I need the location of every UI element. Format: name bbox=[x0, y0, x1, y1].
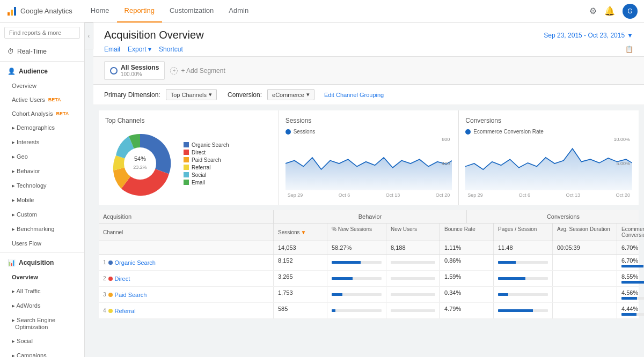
sidebar-item-behavior[interactable]: ▸ Behavior bbox=[0, 164, 84, 178]
legend-referral: Referral bbox=[184, 165, 229, 170]
sidebar: ⏱ Real-Time 👤 Audience Overview Active U… bbox=[0, 23, 85, 357]
sidebar-item-seo[interactable]: ▸ Search Engine Optimization bbox=[0, 313, 84, 334]
add-segment-icon: + bbox=[170, 67, 178, 75]
acquisition-icon: 📊 bbox=[8, 259, 16, 266]
sidebar-item-custom[interactable]: ▸ Custom bbox=[0, 207, 84, 222]
row-ecommerce: 4.44% bbox=[617, 303, 644, 318]
col-header-pages[interactable]: Pages / Session bbox=[493, 224, 552, 241]
conversion-dropdown[interactable]: eCommerce ▾ bbox=[267, 89, 314, 100]
col-header-new-sessions[interactable]: % New Sessions bbox=[327, 224, 386, 241]
sidebar-section-audience: 👤 Audience Overview Active Users BETA Co… bbox=[0, 64, 84, 250]
all-sessions-segment[interactable]: All Sessions 100.00% bbox=[104, 61, 165, 80]
legend-dot-referral bbox=[184, 165, 189, 170]
svg-rect-1 bbox=[11, 10, 13, 16]
legend-paid-search: Paid Search bbox=[184, 157, 229, 163]
row-bounce: 4.79% bbox=[440, 303, 493, 318]
total-pages: 11.48 bbox=[493, 241, 552, 254]
shortcut-action[interactable]: Shortcut bbox=[159, 46, 183, 53]
sidebar-item-active-users[interactable]: Active Users BETA bbox=[0, 93, 84, 107]
edit-channel-grouping-link[interactable]: Edit Channel Grouping bbox=[324, 92, 384, 98]
row-avg-session bbox=[552, 287, 617, 302]
segment-name: All Sessions bbox=[121, 64, 159, 71]
date-range-picker[interactable]: Sep 23, 2015 - Oct 23, 2015 ▼ bbox=[544, 32, 633, 39]
sidebar-item-demographics[interactable]: ▸ Demographics bbox=[0, 121, 84, 135]
col-header-channel[interactable]: Channel bbox=[99, 224, 273, 241]
total-new-sessions: 58.27% bbox=[327, 241, 386, 254]
col-header-avg-session[interactable]: Avg. Session Duration bbox=[552, 224, 617, 241]
add-segment-button[interactable]: + + Add Segment bbox=[170, 67, 225, 75]
row-new-users bbox=[386, 255, 440, 270]
legend-direct: Direct bbox=[184, 150, 229, 155]
legend-dot-direct bbox=[184, 150, 189, 155]
share-icon[interactable]: 📋 bbox=[625, 46, 633, 53]
email-action[interactable]: Email bbox=[104, 46, 120, 53]
row-sessions: 1,753 bbox=[273, 287, 327, 302]
svg-text:23.2%: 23.2% bbox=[133, 165, 147, 170]
sidebar-item-overview-audience[interactable]: Overview bbox=[0, 79, 84, 93]
row-new-sessions bbox=[327, 303, 386, 318]
channel-link[interactable]: Paid Search bbox=[115, 292, 147, 298]
conversions-legend-dot bbox=[465, 129, 471, 135]
row-avg-session bbox=[552, 303, 617, 318]
col-header-bounce[interactable]: Bounce Rate bbox=[440, 224, 493, 241]
channel-dot bbox=[108, 309, 113, 313]
channel-link[interactable]: Organic Search bbox=[115, 259, 156, 266]
primary-dimension-dropdown[interactable]: Top Channels ▾ bbox=[166, 89, 217, 100]
channel-link[interactable]: Referral bbox=[115, 308, 136, 314]
total-bounce: 1.11% bbox=[440, 241, 493, 254]
sidebar-item-adwords[interactable]: ▸ AdWords bbox=[0, 299, 84, 313]
sidebar-item-interests[interactable]: ▸ Interests bbox=[0, 135, 84, 150]
sidebar-item-realtime[interactable]: ⏱ Real-Time bbox=[0, 44, 84, 59]
sidebar-item-all-traffic[interactable]: ▸ All Traffic bbox=[0, 284, 84, 299]
nav-reporting[interactable]: Reporting bbox=[117, 0, 162, 23]
legend-email: Email bbox=[184, 180, 229, 185]
sidebar-item-mobile[interactable]: ▸ Mobile bbox=[0, 193, 84, 207]
sidebar-item-social[interactable]: ▸ Social bbox=[0, 334, 84, 348]
total-ecommerce: 6.70% bbox=[617, 241, 644, 254]
sidebar-item-technology[interactable]: ▸ Technology bbox=[0, 178, 84, 193]
acquisition-group-header: Acquisition bbox=[99, 210, 273, 223]
sidebar-collapse-button[interactable]: ‹ bbox=[85, 23, 93, 49]
col-header-sessions[interactable]: Sessions ▼ bbox=[273, 224, 327, 241]
sidebar-item-cohort-analysis[interactable]: Cohort Analysis BETA bbox=[0, 107, 84, 121]
row-new-users bbox=[386, 287, 440, 302]
row-channel-cell: 3 Paid Search bbox=[99, 287, 273, 302]
conversions-title: Conversions bbox=[465, 117, 632, 124]
nav-home[interactable]: Home bbox=[83, 0, 117, 23]
col-header-ecommerce[interactable]: Ecommerce Conversion Rate bbox=[617, 224, 644, 241]
total-avg-session: 00:05:39 bbox=[552, 241, 617, 254]
sidebar-item-users-flow[interactable]: Users Flow bbox=[0, 236, 84, 250]
conversions-legend-label: Ecommerce Conversion Rate bbox=[473, 129, 544, 135]
sidebar-item-benchmarking[interactable]: ▸ Benchmarking bbox=[0, 222, 84, 236]
channel-dot bbox=[108, 261, 113, 265]
row-avg-session bbox=[552, 255, 617, 270]
legend-organic: Organic Search bbox=[184, 142, 229, 148]
user-avatar[interactable]: G bbox=[623, 4, 638, 19]
sessions-chart: Sessions Sessions 800 400 Sep 29 bbox=[279, 110, 459, 205]
segment-percent: 100.00% bbox=[121, 71, 159, 77]
notifications-icon[interactable]: 🔔 bbox=[604, 6, 615, 16]
svg-rect-0 bbox=[8, 12, 10, 16]
sidebar-item-audience[interactable]: 👤 Audience bbox=[0, 64, 84, 79]
nav-customization[interactable]: Customization bbox=[162, 0, 221, 23]
sessions-svg bbox=[286, 137, 452, 190]
sidebar-item-acquisition[interactable]: 📊 Acquisition bbox=[0, 255, 84, 270]
sidebar-section-realtime: ⏱ Real-Time bbox=[0, 44, 84, 59]
settings-icon[interactable]: ⚙ bbox=[589, 6, 597, 16]
conversions-chart-area: 10.00% 5.00% bbox=[465, 137, 632, 190]
sort-arrow: ▼ bbox=[301, 229, 306, 235]
channel-link[interactable]: Direct bbox=[115, 276, 130, 282]
nav-admin[interactable]: Admin bbox=[221, 0, 256, 23]
export-action[interactable]: Export ▾ bbox=[128, 46, 151, 53]
search-input[interactable] bbox=[4, 27, 80, 39]
sessions-title: Sessions bbox=[286, 117, 452, 124]
logo-text: Google Analytics bbox=[20, 7, 72, 15]
svg-text:54%: 54% bbox=[134, 155, 146, 162]
row-ecommerce: 8.55% bbox=[617, 271, 644, 286]
sidebar-item-campaigns[interactable]: ▸ Campaigns bbox=[0, 348, 84, 357]
col-header-new-users[interactable]: New Users bbox=[386, 224, 440, 241]
top-nav-links: Home Reporting Customization Admin bbox=[83, 0, 589, 23]
sidebar-item-acq-overview[interactable]: Overview bbox=[0, 270, 84, 284]
divider2 bbox=[0, 252, 84, 253]
sidebar-item-geo[interactable]: ▸ Geo bbox=[0, 150, 84, 164]
